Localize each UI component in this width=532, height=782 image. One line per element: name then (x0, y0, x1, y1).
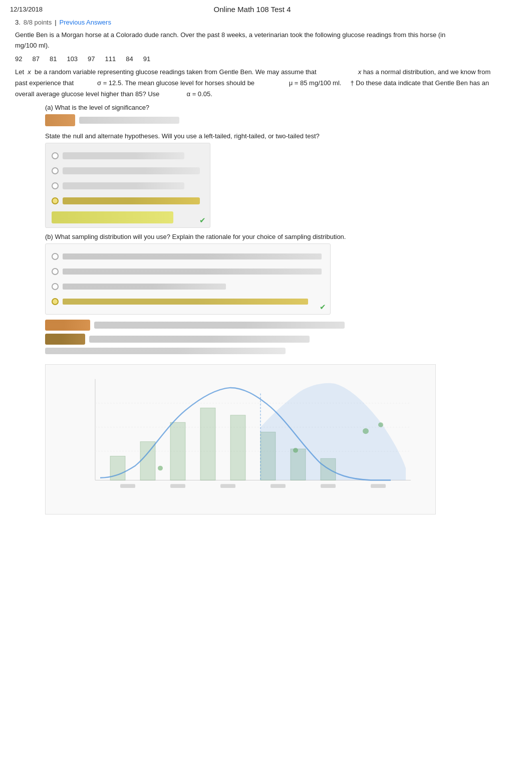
radio-option-1[interactable] (52, 152, 59, 159)
variables-text-1: Let x be a random variable representing … (15, 68, 490, 98)
glucose-readings: 92 87 81 103 97 111 84 91 (15, 55, 522, 63)
b-option-2-blur (63, 269, 322, 275)
reading-6: 111 (105, 55, 116, 63)
prev-answers-link[interactable]: Previous Answers (60, 19, 111, 26)
part-b-label: (b) What sampling distribution will you … (45, 233, 522, 240)
reading-3: 81 (50, 55, 57, 63)
date-label: 12/13/2018 (10, 6, 43, 13)
variables-row: Let x be a random variable representing … (15, 67, 491, 100)
radio-option-3[interactable] (52, 182, 59, 189)
state-hypotheses-label: State the null and alternate hypotheses.… (45, 132, 522, 140)
answer-tag-c (45, 320, 90, 331)
answer-tag-d (45, 334, 85, 345)
option-confirm-bar (52, 211, 173, 223)
reading-2: 87 (32, 55, 39, 63)
part-a-answer-blur (79, 117, 179, 124)
chart-inner (45, 364, 436, 514)
svg-rect-7 (170, 422, 185, 480)
svg-point-15 (293, 448, 298, 453)
radio-option-2[interactable] (52, 167, 59, 174)
svg-rect-22 (321, 484, 336, 488)
part-a-answer-area (45, 114, 522, 126)
part-a-answer-tag (45, 114, 75, 126)
reading-5: 97 (88, 55, 95, 63)
page-header: 12/13/2018 Online Math 108 Test 4 (10, 5, 522, 14)
svg-point-17 (378, 422, 383, 427)
svg-rect-21 (271, 484, 286, 488)
answer-blur-c (94, 322, 345, 329)
svg-rect-8 (200, 408, 215, 480)
part-a-label: (a) What is the level of significance? (45, 104, 522, 111)
option-1-blur (63, 152, 184, 159)
radio-b-option-2[interactable] (52, 268, 59, 275)
checkmark-b-icon: ✔ (320, 303, 326, 312)
separator: | (55, 19, 56, 26)
svg-rect-19 (170, 484, 185, 488)
question-number: 3. (15, 19, 21, 26)
part-b-options-box: ✔ (45, 243, 331, 315)
answer-block-d (45, 334, 522, 345)
bottom-space (15, 519, 522, 620)
option-4-blur (63, 197, 200, 204)
svg-point-14 (158, 466, 163, 471)
distribution-chart (70, 374, 421, 499)
option-2-blur (63, 167, 200, 174)
radio-b-option-3[interactable] (52, 283, 59, 290)
answer-blur-d (89, 336, 310, 343)
svg-rect-9 (230, 415, 245, 480)
svg-rect-20 (220, 484, 235, 488)
reading-7: 84 (126, 55, 133, 63)
radio-b-option-1[interactable] (52, 253, 59, 260)
svg-rect-18 (120, 484, 135, 488)
svg-rect-23 (371, 484, 386, 488)
option-3-blur (63, 182, 184, 189)
chart-area (45, 364, 436, 514)
svg-point-16 (363, 428, 369, 434)
reading-1: 92 (15, 55, 22, 63)
radio-option-4-selected[interactable] (52, 197, 59, 204)
b-option-3-blur (63, 284, 226, 290)
points-label: 8/8 points (24, 19, 52, 26)
problem-intro: Gentle Ben is a Morgan horse at a Colora… (15, 30, 451, 51)
question-meta: 3. 8/8 points | Previous Answers (15, 19, 522, 26)
reading-4: 103 (67, 55, 78, 63)
generic-blur-line (45, 348, 286, 354)
radio-b-option-4-selected[interactable] (52, 298, 59, 305)
question-block: 3. 8/8 points | Previous Answers Gentle … (10, 19, 522, 620)
b-option-4-blur (63, 299, 308, 305)
hypotheses-options-box: ✔ (45, 143, 210, 228)
answer-block-c (45, 320, 522, 331)
reading-8: 91 (143, 55, 150, 63)
b-option-1-blur (63, 253, 322, 259)
checkmark-icon: ✔ (199, 216, 206, 225)
page-title: Online Math 108 Test 4 (214, 5, 291, 14)
